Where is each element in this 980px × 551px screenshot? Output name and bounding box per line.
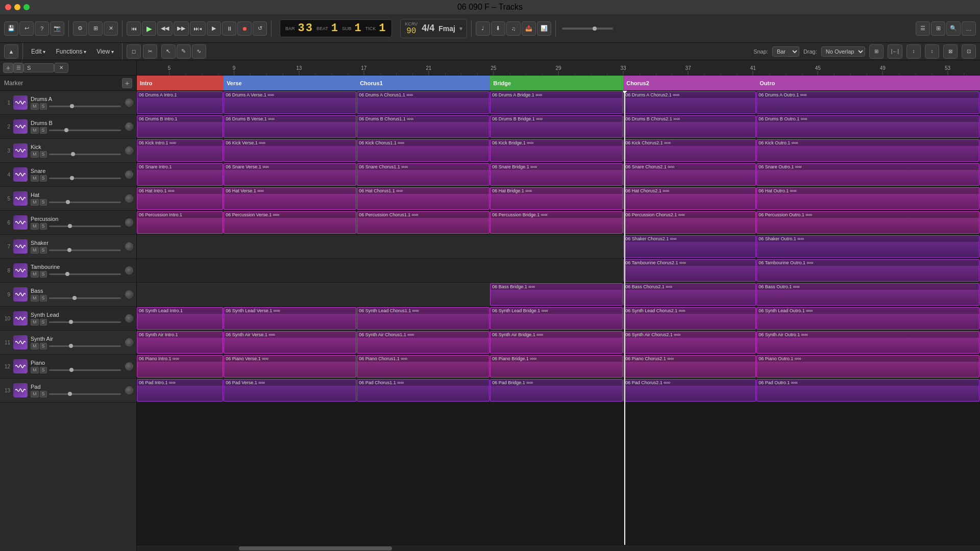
rewind-btn[interactable]: ◀◀	[157, 21, 173, 36]
mute-btn-0[interactable]: M	[31, 103, 39, 110]
volume-slider-10[interactable]	[49, 345, 121, 347]
clip-1-4[interactable]: 06 Drums B Chorus2.1 ∞∞	[623, 115, 756, 138]
midi-btn[interactable]: ♫	[506, 21, 521, 36]
pan-knob-6[interactable]	[125, 242, 133, 251]
pan-knob-8[interactable]	[125, 290, 133, 298]
clip-12-0[interactable]: 06 Pad Intro.1 ∞∞	[137, 379, 223, 402]
tool2[interactable]: ✂	[143, 44, 157, 59]
capture-btn[interactable]: 📷	[50, 21, 64, 36]
solo-btn-0[interactable]: S	[40, 103, 47, 110]
back-btn[interactable]: ⏭◀	[190, 21, 206, 36]
clip-10-1[interactable]: 06 Synth Air Verse.1 ∞∞	[224, 331, 356, 354]
clip-0-5[interactable]: 06 Drums A Outro.1 ∞∞	[756, 91, 979, 114]
clip-4-2[interactable]: 06 Hat Chorus1.1 ∞∞	[357, 187, 489, 210]
clip-4-3[interactable]: 06 Hat Bridge.1 ∞∞	[490, 187, 623, 210]
maximize-button[interactable]	[23, 4, 30, 10]
mute-btn-12[interactable]: M	[31, 391, 39, 397]
volume-slider-5[interactable]	[49, 226, 121, 227]
functions-menu[interactable]: Functions	[52, 46, 90, 57]
key-dropdown[interactable]: ▾	[459, 25, 462, 32]
rewind-start-btn[interactable]: ⏮	[127, 21, 141, 36]
clip-5-5[interactable]: 06 Percussion Outro.1 ∞∞	[756, 211, 979, 234]
clip-5-3[interactable]: 06 Percussion Bridge.1 ∞∞	[490, 211, 623, 234]
clip-2-2[interactable]: 06 Kick Chorus1.1 ∞∞	[357, 139, 489, 162]
play-btn2[interactable]: ▶	[207, 21, 221, 36]
search-clear-btn[interactable]: ✕	[54, 63, 68, 73]
marker-chorus1[interactable]: Chorus1	[357, 76, 490, 90]
clip-3-2[interactable]: 06 Snare Chorus1.1 ∞∞	[357, 163, 489, 186]
clip-1-5[interactable]: 06 Drums B Outro.1 ∞∞	[756, 115, 979, 138]
list-view-btn[interactable]: ☰	[916, 21, 930, 36]
clip-9-4[interactable]: 06 Synth Lead Chorus2.1 ∞∞	[623, 307, 756, 330]
pause-btn[interactable]: ⏸	[222, 21, 236, 36]
solo-btn-5[interactable]: S	[40, 223, 47, 230]
view-menu[interactable]: View	[92, 46, 118, 57]
loop-btn[interactable]: ↺	[253, 21, 267, 36]
pan-knob-11[interactable]	[125, 362, 133, 370]
clip-3-0[interactable]: 06 Snare Intro.1	[137, 163, 223, 186]
key-sig[interactable]: Fmaj	[438, 24, 455, 33]
snap-btn5[interactable]: ⊠	[943, 44, 958, 59]
clip-5-2[interactable]: 06 Percussion Chorus1.1 ∞∞	[357, 211, 489, 234]
clip-7-0[interactable]: 06 Tambourine Chorus2.1 ∞∞	[623, 259, 756, 282]
clip-11-0[interactable]: 06 Piano Intro.1 ∞∞	[137, 355, 223, 378]
export-btn[interactable]: 📤	[522, 21, 536, 36]
clip-8-1[interactable]: 06 Bass Chorus2.1 ∞∞	[623, 283, 756, 306]
volume-slider-11[interactable]	[49, 369, 121, 371]
clip-4-0[interactable]: 06 Hat Intro.1 ∞∞	[137, 187, 223, 210]
clip-5-0[interactable]: 06 Percussion Intro.1	[137, 211, 223, 234]
wave-btn[interactable]: ∿	[192, 44, 206, 59]
search-btn[interactable]: 🔍	[946, 21, 961, 36]
clip-4-5[interactable]: 06 Hat Outro.1 ∞∞	[756, 187, 979, 210]
clip-12-4[interactable]: 06 Pad Chorus2.1 ∞∞	[623, 379, 756, 402]
master-vol-thumb[interactable]	[593, 27, 597, 31]
clip-11-3[interactable]: 06 Piano Bridge.1 ∞∞	[490, 355, 623, 378]
clip-12-1[interactable]: 06 Pad Verse.1 ∞∞	[224, 379, 356, 402]
volume-slider-0[interactable]	[49, 106, 121, 107]
mute-btn-4[interactable]: M	[31, 199, 39, 206]
marker-outro[interactable]: Outro	[756, 76, 980, 90]
clip-0-2[interactable]: 06 Drums A Chorus1.1 ∞∞	[357, 91, 489, 114]
grid-view-btn[interactable]: ⊞	[931, 21, 945, 36]
clip-1-3[interactable]: 06 Drums B Bridge.1 ∞∞	[490, 115, 623, 138]
edit-menu[interactable]: Edit	[27, 46, 50, 57]
clip-10-0[interactable]: 06 Synth Air Intro.1	[137, 331, 223, 354]
volume-slider-1[interactable]	[49, 130, 121, 131]
clip-1-2[interactable]: 06 Drums B Chorus1.1 ∞∞	[357, 115, 489, 138]
pencil-btn[interactable]: ✎	[177, 44, 191, 59]
tool1[interactable]: ◻	[127, 44, 141, 59]
forward-btn[interactable]: ▶▶	[174, 21, 189, 36]
volume-slider-9[interactable]	[49, 321, 121, 323]
options-btn[interactable]: …	[962, 21, 976, 36]
volume-slider-4[interactable]	[49, 202, 121, 203]
clip-9-5[interactable]: 06 Synth Lead Outro.1 ∞∞	[756, 307, 979, 330]
marker-intro[interactable]: Intro	[137, 76, 224, 90]
clip-10-4[interactable]: 06 Synth Air Chorus2.1 ∞∞	[623, 331, 756, 354]
save-btn[interactable]: 💾	[4, 21, 18, 36]
solo-btn-8[interactable]: S	[40, 295, 47, 302]
pan-knob-1[interactable]	[125, 122, 133, 131]
mute-btn-2[interactable]: M	[31, 151, 39, 158]
clip-6-1[interactable]: 06 Shaker Outro.1 ∞∞	[756, 235, 979, 258]
record-btn[interactable]: ⏺	[237, 21, 252, 36]
clip-0-3[interactable]: 06 Drums A Bridge.1 ∞∞	[490, 91, 623, 114]
pan-knob-2[interactable]	[125, 146, 133, 155]
pan-knob-10[interactable]	[125, 338, 133, 346]
clip-3-3[interactable]: 06 Snare Bridge.1 ∞∞	[490, 163, 623, 186]
pointer-tool[interactable]: ▲	[4, 44, 18, 59]
clip-9-2[interactable]: 06 Synth Lead Chorus1.1 ∞∞	[357, 307, 489, 330]
mute-btn-7[interactable]: M	[31, 271, 39, 278]
solo-btn-4[interactable]: S	[40, 199, 47, 206]
solo-btn-10[interactable]: S	[40, 343, 47, 349]
solo-btn-1[interactable]: S	[40, 127, 47, 134]
clip-8-2[interactable]: 06 Bass Outro.1 ∞∞	[756, 283, 979, 306]
clip-5-1[interactable]: 06 Percussion Verse.1 ∞∞	[224, 211, 356, 234]
help-btn[interactable]: ?	[35, 21, 49, 36]
solo-btn-11[interactable]: S	[40, 367, 47, 373]
snap-btn3[interactable]: ↕	[906, 44, 921, 59]
clip-0-0[interactable]: 06 Drums A Intro.1	[137, 91, 223, 114]
snap-btn6[interactable]: ⊡	[962, 44, 976, 59]
volume-slider-6[interactable]	[49, 249, 121, 251]
play-btn[interactable]: ▶	[142, 21, 156, 36]
mute-btn-5[interactable]: M	[31, 223, 39, 230]
